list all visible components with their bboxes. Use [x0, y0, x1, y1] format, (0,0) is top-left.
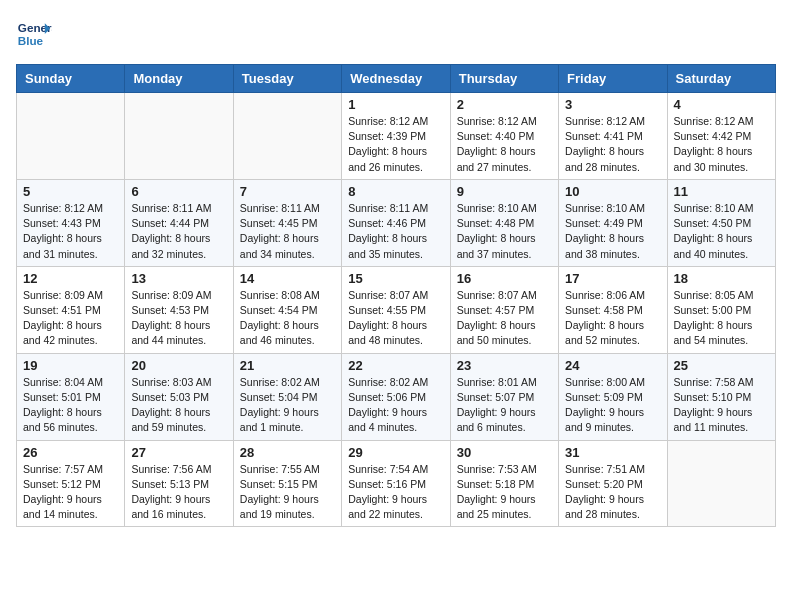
day-info: Sunrise: 8:02 AM Sunset: 5:04 PM Dayligh…: [240, 375, 335, 436]
day-number: 4: [674, 97, 769, 112]
day-number: 28: [240, 445, 335, 460]
day-number: 8: [348, 184, 443, 199]
calendar-day-21: 21Sunrise: 8:02 AM Sunset: 5:04 PM Dayli…: [233, 353, 341, 440]
calendar-day-12: 12Sunrise: 8:09 AM Sunset: 4:51 PM Dayli…: [17, 266, 125, 353]
calendar-day-18: 18Sunrise: 8:05 AM Sunset: 5:00 PM Dayli…: [667, 266, 775, 353]
day-number: 20: [131, 358, 226, 373]
weekday-header-monday: Monday: [125, 65, 233, 93]
day-info: Sunrise: 7:54 AM Sunset: 5:16 PM Dayligh…: [348, 462, 443, 523]
weekday-header-sunday: Sunday: [17, 65, 125, 93]
calendar-day-4: 4Sunrise: 8:12 AM Sunset: 4:42 PM Daylig…: [667, 93, 775, 180]
day-info: Sunrise: 8:12 AM Sunset: 4:41 PM Dayligh…: [565, 114, 660, 175]
day-info: Sunrise: 8:12 AM Sunset: 4:42 PM Dayligh…: [674, 114, 769, 175]
day-info: Sunrise: 7:56 AM Sunset: 5:13 PM Dayligh…: [131, 462, 226, 523]
page-header: General Blue: [16, 16, 776, 52]
day-info: Sunrise: 7:53 AM Sunset: 5:18 PM Dayligh…: [457, 462, 552, 523]
calendar-day-25: 25Sunrise: 7:58 AM Sunset: 5:10 PM Dayli…: [667, 353, 775, 440]
weekday-header-wednesday: Wednesday: [342, 65, 450, 93]
calendar-table: SundayMondayTuesdayWednesdayThursdayFrid…: [16, 64, 776, 527]
day-number: 1: [348, 97, 443, 112]
calendar-day-3: 3Sunrise: 8:12 AM Sunset: 4:41 PM Daylig…: [559, 93, 667, 180]
weekday-header-saturday: Saturday: [667, 65, 775, 93]
day-info: Sunrise: 7:55 AM Sunset: 5:15 PM Dayligh…: [240, 462, 335, 523]
empty-cell: [17, 93, 125, 180]
calendar-day-7: 7Sunrise: 8:11 AM Sunset: 4:45 PM Daylig…: [233, 179, 341, 266]
day-info: Sunrise: 8:07 AM Sunset: 4:57 PM Dayligh…: [457, 288, 552, 349]
day-info: Sunrise: 8:07 AM Sunset: 4:55 PM Dayligh…: [348, 288, 443, 349]
weekday-header-friday: Friday: [559, 65, 667, 93]
day-number: 5: [23, 184, 118, 199]
day-number: 9: [457, 184, 552, 199]
calendar-week-4: 19Sunrise: 8:04 AM Sunset: 5:01 PM Dayli…: [17, 353, 776, 440]
day-number: 10: [565, 184, 660, 199]
calendar-day-11: 11Sunrise: 8:10 AM Sunset: 4:50 PM Dayli…: [667, 179, 775, 266]
calendar-day-27: 27Sunrise: 7:56 AM Sunset: 5:13 PM Dayli…: [125, 440, 233, 527]
day-number: 29: [348, 445, 443, 460]
calendar-day-14: 14Sunrise: 8:08 AM Sunset: 4:54 PM Dayli…: [233, 266, 341, 353]
logo: General Blue: [16, 16, 52, 52]
calendar-day-30: 30Sunrise: 7:53 AM Sunset: 5:18 PM Dayli…: [450, 440, 558, 527]
day-info: Sunrise: 7:58 AM Sunset: 5:10 PM Dayligh…: [674, 375, 769, 436]
calendar-day-28: 28Sunrise: 7:55 AM Sunset: 5:15 PM Dayli…: [233, 440, 341, 527]
day-number: 16: [457, 271, 552, 286]
calendar-week-5: 26Sunrise: 7:57 AM Sunset: 5:12 PM Dayli…: [17, 440, 776, 527]
day-number: 13: [131, 271, 226, 286]
calendar-day-31: 31Sunrise: 7:51 AM Sunset: 5:20 PM Dayli…: [559, 440, 667, 527]
calendar-day-24: 24Sunrise: 8:00 AM Sunset: 5:09 PM Dayli…: [559, 353, 667, 440]
day-info: Sunrise: 8:02 AM Sunset: 5:06 PM Dayligh…: [348, 375, 443, 436]
empty-cell: [233, 93, 341, 180]
day-info: Sunrise: 8:09 AM Sunset: 4:51 PM Dayligh…: [23, 288, 118, 349]
day-number: 23: [457, 358, 552, 373]
empty-cell: [667, 440, 775, 527]
day-number: 19: [23, 358, 118, 373]
day-number: 14: [240, 271, 335, 286]
calendar-day-1: 1Sunrise: 8:12 AM Sunset: 4:39 PM Daylig…: [342, 93, 450, 180]
day-number: 3: [565, 97, 660, 112]
day-number: 11: [674, 184, 769, 199]
day-info: Sunrise: 8:12 AM Sunset: 4:40 PM Dayligh…: [457, 114, 552, 175]
calendar-day-10: 10Sunrise: 8:10 AM Sunset: 4:49 PM Dayli…: [559, 179, 667, 266]
day-number: 17: [565, 271, 660, 286]
calendar-day-16: 16Sunrise: 8:07 AM Sunset: 4:57 PM Dayli…: [450, 266, 558, 353]
calendar-day-15: 15Sunrise: 8:07 AM Sunset: 4:55 PM Dayli…: [342, 266, 450, 353]
day-number: 27: [131, 445, 226, 460]
calendar-day-8: 8Sunrise: 8:11 AM Sunset: 4:46 PM Daylig…: [342, 179, 450, 266]
weekday-header-thursday: Thursday: [450, 65, 558, 93]
day-number: 6: [131, 184, 226, 199]
day-info: Sunrise: 8:10 AM Sunset: 4:50 PM Dayligh…: [674, 201, 769, 262]
logo-icon: General Blue: [16, 16, 52, 52]
day-info: Sunrise: 8:09 AM Sunset: 4:53 PM Dayligh…: [131, 288, 226, 349]
day-info: Sunrise: 8:11 AM Sunset: 4:45 PM Dayligh…: [240, 201, 335, 262]
day-info: Sunrise: 8:01 AM Sunset: 5:07 PM Dayligh…: [457, 375, 552, 436]
calendar-day-6: 6Sunrise: 8:11 AM Sunset: 4:44 PM Daylig…: [125, 179, 233, 266]
day-number: 18: [674, 271, 769, 286]
svg-text:Blue: Blue: [18, 34, 44, 47]
day-info: Sunrise: 7:51 AM Sunset: 5:20 PM Dayligh…: [565, 462, 660, 523]
day-info: Sunrise: 8:06 AM Sunset: 4:58 PM Dayligh…: [565, 288, 660, 349]
day-number: 26: [23, 445, 118, 460]
day-info: Sunrise: 8:12 AM Sunset: 4:39 PM Dayligh…: [348, 114, 443, 175]
calendar-day-9: 9Sunrise: 8:10 AM Sunset: 4:48 PM Daylig…: [450, 179, 558, 266]
day-info: Sunrise: 8:00 AM Sunset: 5:09 PM Dayligh…: [565, 375, 660, 436]
day-info: Sunrise: 8:10 AM Sunset: 4:49 PM Dayligh…: [565, 201, 660, 262]
day-number: 22: [348, 358, 443, 373]
day-number: 12: [23, 271, 118, 286]
calendar-day-2: 2Sunrise: 8:12 AM Sunset: 4:40 PM Daylig…: [450, 93, 558, 180]
calendar-week-3: 12Sunrise: 8:09 AM Sunset: 4:51 PM Dayli…: [17, 266, 776, 353]
calendar-day-29: 29Sunrise: 7:54 AM Sunset: 5:16 PM Dayli…: [342, 440, 450, 527]
day-number: 24: [565, 358, 660, 373]
calendar-week-2: 5Sunrise: 8:12 AM Sunset: 4:43 PM Daylig…: [17, 179, 776, 266]
day-info: Sunrise: 8:08 AM Sunset: 4:54 PM Dayligh…: [240, 288, 335, 349]
calendar-day-22: 22Sunrise: 8:02 AM Sunset: 5:06 PM Dayli…: [342, 353, 450, 440]
day-info: Sunrise: 8:11 AM Sunset: 4:44 PM Dayligh…: [131, 201, 226, 262]
weekday-header-tuesday: Tuesday: [233, 65, 341, 93]
calendar-day-19: 19Sunrise: 8:04 AM Sunset: 5:01 PM Dayli…: [17, 353, 125, 440]
day-info: Sunrise: 7:57 AM Sunset: 5:12 PM Dayligh…: [23, 462, 118, 523]
empty-cell: [125, 93, 233, 180]
calendar-day-26: 26Sunrise: 7:57 AM Sunset: 5:12 PM Dayli…: [17, 440, 125, 527]
calendar-day-20: 20Sunrise: 8:03 AM Sunset: 5:03 PM Dayli…: [125, 353, 233, 440]
day-info: Sunrise: 8:03 AM Sunset: 5:03 PM Dayligh…: [131, 375, 226, 436]
day-number: 25: [674, 358, 769, 373]
day-info: Sunrise: 8:04 AM Sunset: 5:01 PM Dayligh…: [23, 375, 118, 436]
day-number: 7: [240, 184, 335, 199]
